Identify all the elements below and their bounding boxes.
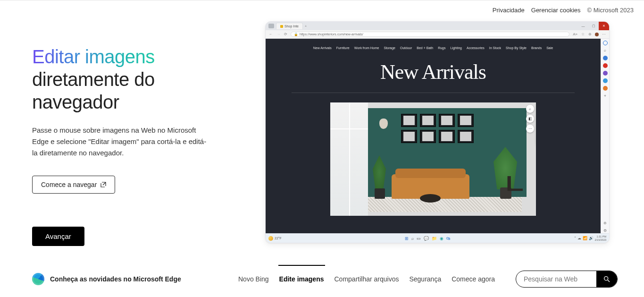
edge-logo-icon	[32, 273, 44, 285]
window-titlebar: Shop Inte + — ▢ ✕	[266, 22, 609, 30]
star-icon[interactable]: ☆	[581, 32, 585, 36]
onedrive-icon[interactable]: ☁	[577, 236, 581, 240]
refresh-icon[interactable]: ⟳	[284, 32, 288, 36]
hero-title: Editar imagens diretamente do navegador	[32, 45, 230, 113]
hero-body: Passe o mouse sobre imagens na Web no Mi…	[32, 125, 207, 159]
deer-decor	[379, 119, 388, 129]
nav-item[interactable]: Furniture	[336, 46, 350, 50]
nav-item[interactable]: Lighting	[450, 46, 462, 50]
smart-actions-icon[interactable]: ◧	[526, 115, 534, 123]
privacy-link[interactable]: Privacidade	[493, 7, 525, 14]
nav-item[interactable]: Shop By Style	[506, 46, 527, 50]
tools-icon[interactable]	[603, 63, 608, 68]
favicon-icon	[280, 25, 283, 28]
edge-taskbar-icon[interactable]: ◉	[440, 236, 443, 241]
edge-sidebar: ⌕ + ⊚ ⚙	[601, 39, 609, 233]
url-field[interactable]: 🔒 https://www.shopinteriors.com/new-arri…	[291, 32, 569, 37]
nav-item[interactable]: New Arrivals	[313, 46, 332, 50]
nav-edite-imagens[interactable]: Edite imagens	[279, 272, 324, 286]
image-hover-tools: ⌕ ◧ ⋯	[526, 105, 534, 133]
close-icon[interactable]: ✕	[599, 22, 609, 30]
search-input[interactable]	[516, 275, 596, 283]
footer-search	[516, 271, 618, 288]
search-icon[interactable]: ⌕	[603, 48, 608, 53]
search-icon	[603, 275, 611, 283]
lock-icon: 🔒	[294, 33, 298, 36]
tab-title: Shop Inte	[284, 25, 299, 28]
footer-nav: Novo Bing Edite imagens Compartilhar arq…	[238, 271, 618, 288]
footer-tagline: Conheça as novidades no Microsoft Edge	[50, 275, 181, 283]
outlook-icon[interactable]	[603, 78, 608, 83]
page-heading: New Arrivals	[380, 60, 486, 84]
top-legal-links: Privacidade Gerenciar cookies © Microsof…	[493, 7, 634, 14]
nav-seguranca[interactable]: Segurança	[409, 272, 441, 286]
start-browsing-button[interactable]: Comece a navegar	[32, 176, 115, 194]
nav-item[interactable]: Accessories	[467, 46, 485, 50]
nav-novo-bing[interactable]: Novo Bing	[238, 272, 269, 286]
chevron-up-icon[interactable]: ˄	[574, 236, 576, 240]
taskbar-center: ⊞ ⌕ ▭ 💬 📁 ◉ 🛍	[284, 236, 571, 241]
task-search-icon[interactable]: ⌕	[411, 236, 414, 241]
minimize-icon[interactable]: —	[578, 25, 588, 28]
nav-compartilhar[interactable]: Compartilhar arquivos	[335, 272, 399, 286]
sidebar-settings-icon[interactable]: ⚙	[603, 229, 608, 233]
nav-item[interactable]: Work from Home	[354, 46, 379, 50]
nav-item[interactable]: Storage	[384, 46, 395, 50]
start-browsing-label: Comece a navegar	[41, 181, 97, 188]
taskview-icon[interactable]: ▭	[417, 236, 421, 241]
windows-taskbar: 22°F ⊞ ⌕ ▭ 💬 📁 ◉ 🛍 ˄ ☁ 📶 🔊 1:31 PM 2/15/…	[266, 233, 609, 243]
profile-avatar[interactable]	[595, 33, 599, 36]
chat-icon[interactable]: 💬	[424, 236, 429, 241]
volume-icon[interactable]: 🔊	[589, 236, 594, 240]
read-aloud-icon[interactable]: A»	[572, 32, 578, 36]
bing-icon[interactable]	[603, 41, 608, 45]
external-link-icon	[100, 182, 106, 187]
nav-comece-agora[interactable]: Comece agora	[452, 272, 495, 286]
performance-icon[interactable]: ⊚	[603, 221, 608, 226]
hero-title-accent: Editar imagens	[32, 46, 155, 67]
copyright-text: © Microsoft 2023	[587, 7, 634, 14]
add-sidebar-icon[interactable]: +	[603, 93, 608, 98]
webpage-content: New Arrivals Furniture Work from Home St…	[266, 39, 601, 233]
office-icon[interactable]	[603, 86, 608, 91]
search-button[interactable]	[596, 271, 617, 287]
wifi-icon[interactable]: 📶	[583, 236, 587, 240]
collections-icon[interactable]: ⊕	[588, 32, 592, 36]
more-icon[interactable]: ⋯	[602, 32, 606, 36]
footer-bar: Conheça as novidades no Microsoft Edge N…	[32, 271, 618, 288]
nav-item[interactable]: Brands	[531, 46, 542, 50]
divider	[292, 93, 575, 93]
clock[interactable]: 1:31 PM 2/15/2023	[595, 235, 606, 241]
product-image[interactable]: ⌕ ◧ ⋯ ✎Edit image ⊘Hide menu for this si…	[330, 102, 536, 216]
browser-mock: Shop Inte + — ▢ ✕ ← → ⟳ 🔒 https://www.sh…	[265, 21, 610, 243]
hero-title-line1: diretamente do	[32, 69, 155, 90]
back-icon[interactable]: ←	[268, 32, 273, 36]
nav-item[interactable]: Outdoor	[400, 46, 412, 50]
url-text: https://www.shopinteriors.com/new-arriva…	[300, 33, 363, 36]
weather-icon	[268, 236, 273, 241]
maximize-icon[interactable]: ▢	[588, 24, 599, 28]
address-bar: ← → ⟳ 🔒 https://www.shopinteriors.com/ne…	[266, 30, 609, 39]
nav-item[interactable]: Bed + Bath	[417, 46, 433, 50]
svg-line-1	[608, 280, 610, 282]
new-tab-icon[interactable]: +	[305, 25, 307, 28]
manage-cookies-link[interactable]: Gerenciar cookies	[531, 7, 581, 14]
forward-icon[interactable]: →	[276, 32, 281, 36]
start-icon[interactable]: ⊞	[405, 236, 409, 241]
next-button[interactable]: Avançar	[32, 227, 84, 246]
image-more-icon[interactable]: ⋯	[526, 125, 534, 133]
system-tray[interactable]: ˄ ☁ 📶 🔊 1:31 PM 2/15/2023	[574, 235, 606, 241]
tab-strip-icon	[268, 24, 274, 28]
explorer-icon[interactable]: 📁	[432, 236, 437, 241]
nav-item[interactable]: Rugs	[438, 46, 445, 50]
weather-widget[interactable]: 22°F	[268, 236, 282, 241]
visual-search-icon[interactable]: ⌕	[526, 105, 534, 113]
nav-item[interactable]: Sale	[546, 46, 553, 50]
store-icon[interactable]: 🛍	[446, 236, 451, 241]
shopping-icon[interactable]	[603, 56, 608, 60]
weather-temp: 22°F	[275, 237, 282, 240]
games-icon[interactable]	[603, 71, 608, 76]
nav-item[interactable]: In Stock	[489, 46, 501, 50]
svg-point-0	[604, 277, 608, 280]
browser-tab[interactable]: Shop Inte	[276, 23, 303, 29]
